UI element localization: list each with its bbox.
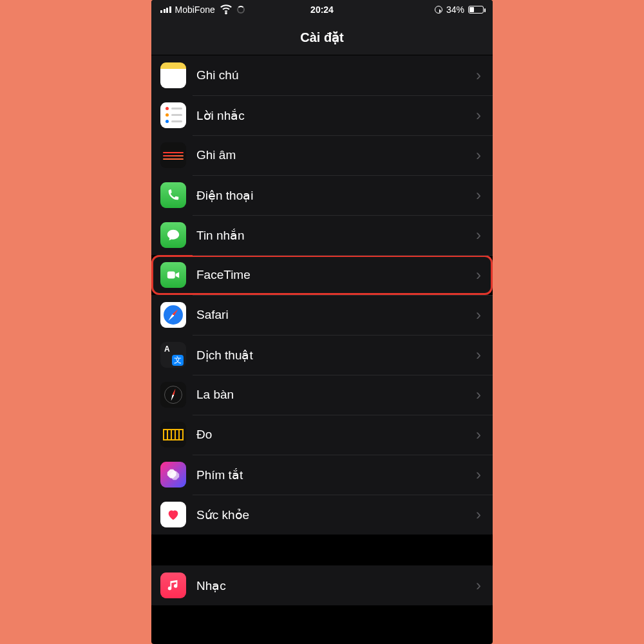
clock: 20:24 <box>310 5 334 15</box>
row-translate[interactable]: Dịch thuật › <box>151 335 493 375</box>
row-label: Điện thoại <box>186 188 476 203</box>
chevron-right-icon: › <box>476 466 481 484</box>
status-left: MobiFone <box>160 2 310 18</box>
translate-icon <box>160 342 186 368</box>
notes-icon <box>160 62 186 88</box>
phone-icon <box>160 182 186 208</box>
music-icon <box>160 573 186 598</box>
svg-point-0 <box>225 12 227 14</box>
chevron-right-icon: › <box>476 226 481 244</box>
row-reminders[interactable]: Lời nhắc › <box>151 95 493 135</box>
chevron-right-icon: › <box>476 186 481 204</box>
chevron-right-icon: › <box>476 66 481 84</box>
row-label: Safari <box>186 308 476 322</box>
chevron-right-icon: › <box>476 306 481 324</box>
shortcuts-icon <box>160 462 186 488</box>
row-label: Đo <box>186 428 476 442</box>
row-facetime[interactable]: FaceTime › <box>151 255 493 295</box>
battery-icon <box>468 6 484 14</box>
svg-rect-1 <box>167 272 175 279</box>
chevron-right-icon: › <box>476 386 481 404</box>
chevron-right-icon: › <box>476 576 481 594</box>
row-label: Tin nhắn <box>186 228 476 243</box>
reminders-icon <box>160 102 186 128</box>
row-phone[interactable]: Điện thoại › <box>151 175 493 215</box>
status-right: 34% <box>334 5 484 15</box>
facetime-icon <box>160 262 186 288</box>
row-health[interactable]: Sức khỏe › <box>151 495 493 535</box>
row-music[interactable]: Nhạc › <box>151 565 493 605</box>
safari-icon <box>160 302 186 328</box>
loading-spinner-icon <box>237 6 245 14</box>
row-label: FaceTime <box>186 268 476 282</box>
measure-icon <box>160 422 186 448</box>
row-label: Ghi chú <box>186 68 476 82</box>
phone-frame: MobiFone 20:24 34% Cài đặt Ghi chú › Lời… <box>151 0 493 644</box>
row-label: Lời nhắc <box>186 108 476 123</box>
messages-icon <box>160 222 186 248</box>
row-notes[interactable]: Ghi chú › <box>151 55 493 95</box>
row-shortcuts[interactable]: Phím tắt › <box>151 455 493 495</box>
row-label: Phím tắt <box>186 468 476 482</box>
rotation-lock-icon <box>435 6 442 14</box>
row-label: Dịch thuật <box>186 348 476 363</box>
chevron-right-icon: › <box>476 426 481 444</box>
row-measure[interactable]: Đo › <box>151 415 493 455</box>
chevron-right-icon: › <box>476 106 481 124</box>
settings-list: Ghi chú › Lời nhắc › Ghi âm › Điện thoại… <box>151 55 493 605</box>
row-messages[interactable]: Tin nhắn › <box>151 215 493 255</box>
chevron-right-icon: › <box>476 346 481 364</box>
health-icon <box>160 502 186 527</box>
section-gap <box>151 535 493 565</box>
chevron-right-icon: › <box>476 146 481 164</box>
status-bar: MobiFone 20:24 34% <box>151 0 493 19</box>
battery-percent: 34% <box>446 5 464 15</box>
cellular-signal-icon <box>160 6 171 13</box>
row-label: Nhạc <box>186 578 476 593</box>
carrier-label: MobiFone <box>175 5 215 15</box>
chevron-right-icon: › <box>476 266 481 284</box>
row-label: La bàn <box>186 388 476 402</box>
chevron-right-icon: › <box>476 506 481 524</box>
voice-memos-icon <box>160 142 186 168</box>
row-safari[interactable]: Safari › <box>151 295 493 335</box>
row-compass[interactable]: La bàn › <box>151 375 493 415</box>
row-label: Sức khỏe <box>186 507 476 522</box>
row-voice-memos[interactable]: Ghi âm › <box>151 135 493 175</box>
compass-icon <box>160 382 186 408</box>
wifi-icon <box>219 2 233 18</box>
page-title: Cài đặt <box>151 19 493 55</box>
row-label: Ghi âm <box>186 148 476 162</box>
